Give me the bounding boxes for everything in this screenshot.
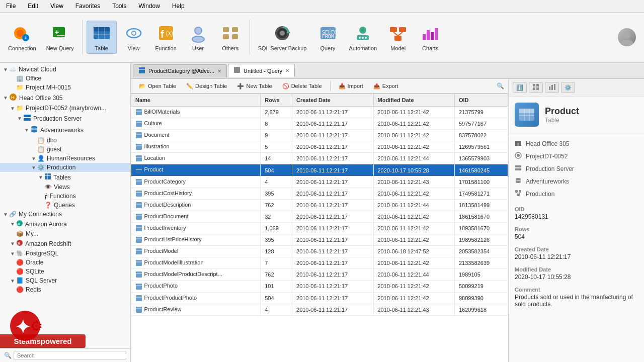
toolbar-connection-button[interactable]: + Connection <box>4 21 40 53</box>
search-input[interactable] <box>14 351 126 360</box>
table-row[interactable]: Document92010-06-11 12:21:172010-06-11 1… <box>131 130 508 141</box>
sidebar-item-office[interactable]: 🏢 Office <box>0 74 130 83</box>
menu-favorites[interactable]: Favorites <box>73 2 102 11</box>
table-row[interactable]: ProductDescription7622010-06-11 12:21:17… <box>131 199 508 211</box>
toolbar-charts-button[interactable]: Charts <box>415 21 445 53</box>
toolbar-function-button[interactable]: f (x) Function <box>151 21 181 53</box>
sidebar-item-amazon-aurora[interactable]: ▼ A Amazon Aurora <box>0 219 130 229</box>
user-avatar[interactable] <box>618 28 636 46</box>
table-row[interactable]: Culture82010-06-11 12:21:172010-06-11 12… <box>131 118 508 130</box>
cell-modified: 2010-06-11 12:21:42 <box>373 188 454 199</box>
sidebar-item-humanresources[interactable]: ▼ 👤 HumanResources <box>0 154 130 163</box>
open-table-button[interactable]: 📂 Open Table <box>135 81 180 91</box>
sidebar-item-views[interactable]: 👁️ Views <box>0 183 130 192</box>
toolbar-newquery-button[interactable]: + New Query <box>42 21 78 53</box>
menu-tools[interactable]: Tools <box>110 2 128 11</box>
toolbar-query-button[interactable]: SELECT * FROM... Query <box>313 21 343 53</box>
menu-window[interactable]: Window <box>136 2 162 11</box>
new-table-button[interactable]: ➕ New Table <box>233 81 276 91</box>
table-row[interactable]: Illustration52010-06-11 12:21:172010-06-… <box>131 141 508 153</box>
cell-created: 2010-06-11 12:21:17 <box>292 246 373 257</box>
toolbar-table-button[interactable]: Table <box>87 21 117 54</box>
my-label: My... <box>26 230 38 237</box>
functions-label: Functions <box>50 193 76 200</box>
table-row[interactable]: Location142010-06-11 12:21:172010-06-11 … <box>131 153 508 164</box>
sidebar-item-production[interactable]: ▼ ⚙️ Production <box>0 163 130 172</box>
modified-label: Modified Date <box>515 266 638 273</box>
sidebar-item-amazon-redshift[interactable]: ▼ R Amazon Redshift <box>0 238 130 249</box>
sidebar-item-navicat-cloud[interactable]: ▼ ☁️ Navicat Cloud <box>0 65 130 74</box>
menu-view[interactable]: View <box>48 2 65 11</box>
table-row[interactable]: ProductCostHistory3952010-06-11 12:21:17… <box>131 188 508 199</box>
toolbar-others-button[interactable]: Others <box>215 21 246 53</box>
table-row[interactable]: ProductCategory42010-06-11 12:21:172010-… <box>131 176 508 188</box>
menu-help[interactable]: Help <box>170 2 187 11</box>
sidebar-item-tables[interactable]: ▼ Tables <box>0 172 130 183</box>
svg-rect-86 <box>136 214 142 220</box>
design-table-button[interactable]: ✏️ Design Table <box>182 81 231 91</box>
export-button[interactable]: 📤 Export <box>369 81 403 91</box>
table-row[interactable]: Product5042010-06-11 12:21:172020-10-17 … <box>131 164 508 176</box>
toolbar-model-button[interactable]: Model <box>383 21 413 53</box>
sidebar-item-postgresql[interactable]: ▼ 🐘 PostgreSQL <box>0 249 130 258</box>
info-chart-btn[interactable] <box>545 82 559 93</box>
toolbar-backup-button[interactable]: SQL Server Backup <box>254 21 311 53</box>
tab-untitled-query[interactable]: Untitled - Query ✕ <box>228 64 295 77</box>
sidebar-item-functions[interactable]: ƒ Functions <box>0 192 130 201</box>
close-tab-product-category[interactable]: ✕ <box>217 68 221 74</box>
col-created-header[interactable]: Created Date <box>292 94 373 107</box>
svg-rect-68 <box>136 109 142 115</box>
table-row[interactable]: ProductPhoto1012010-06-11 12:21:172010-0… <box>131 281 508 292</box>
table-row[interactable]: ProductReview42010-06-11 12:21:172010-06… <box>131 304 508 315</box>
info-settings-btn[interactable]: ⚙️ <box>561 82 575 93</box>
col-modified-header[interactable]: Modified Date <box>373 94 454 107</box>
col-rows-header[interactable]: Rows <box>261 94 292 107</box>
new-table-icon: ➕ <box>237 83 244 89</box>
sidebar-item-production-server[interactable]: ▼ Production Server <box>0 113 130 124</box>
table-row[interactable]: ProductListPriceHistory3952010-06-11 12:… <box>131 234 508 246</box>
menu-file[interactable]: File <box>4 2 18 11</box>
sidebar-item-my[interactable]: 📦 My... <box>0 229 130 238</box>
col-oid-header[interactable]: OID <box>454 94 508 107</box>
import-button[interactable]: 📥 Import <box>335 81 367 91</box>
table-row[interactable]: ProductModelProductDescript...7622010-06… <box>131 269 508 281</box>
sidebar-item-project-dt0052[interactable]: ▼ 📁 ProjectDT-0052 (marybrown... <box>0 104 130 113</box>
delete-table-button[interactable]: 🚫 Delete Table <box>278 81 326 91</box>
sidebar-item-sqlserver[interactable]: ▼ 📘 SQL Server <box>0 276 130 285</box>
cell-rows: 395 <box>261 234 292 246</box>
toolbar-automation-button[interactable]: Automation <box>345 21 381 53</box>
expand-icon: ▼ <box>2 67 9 72</box>
table-row[interactable]: ProductModelIllustration72010-06-11 12:2… <box>131 257 508 269</box>
sidebar-item-head-office[interactable]: ▼ H Head Office 305 <box>0 92 130 104</box>
col-name-header[interactable]: Name <box>131 94 261 107</box>
sidebar-item-oracle[interactable]: 🔴 Oracle <box>0 258 130 267</box>
svg-rect-42 <box>394 36 401 41</box>
info-info-btn[interactable]: ℹ️ <box>513 82 527 93</box>
table-row[interactable]: ProductInventory1,0692010-06-11 12:21:17… <box>131 222 508 234</box>
amazon-aurora-label: Amazon Aurora <box>25 221 67 228</box>
info-grid-btn[interactable] <box>529 82 543 93</box>
toolbar-view-button[interactable]: View <box>119 21 149 53</box>
svg-rect-72 <box>136 132 142 138</box>
svg-point-15 <box>132 32 135 35</box>
sidebar-item-dbo[interactable]: 📋 dbo <box>0 136 130 145</box>
sidebar-item-project-mh0015[interactable]: 📁 Project MH-0015 <box>0 83 130 92</box>
tab-product-category[interactable]: ProductCategory @Adve... ✕ <box>133 64 227 77</box>
table-search-icon[interactable]: 🔍 <box>497 82 504 89</box>
close-tab-untitled-query[interactable]: ✕ <box>285 68 289 73</box>
table-row[interactable]: ProductModel1282010-06-11 12:21:172010-0… <box>131 246 508 257</box>
sidebar-item-guest[interactable]: 📋 guest <box>0 145 130 154</box>
sidebar-item-queries[interactable]: ❓ Queries <box>0 201 130 210</box>
table-row[interactable]: BillOfMaterials2,6792010-06-11 12:21:172… <box>131 107 508 118</box>
menu-edit[interactable]: Edit <box>26 2 40 11</box>
table-row[interactable]: ProductProductPhoto5042010-06-11 12:21:1… <box>131 292 508 304</box>
sidebar-item-myconnections[interactable]: ▼ 🔗 My Connections <box>0 210 130 219</box>
toolbar-user-button[interactable]: User <box>183 21 213 53</box>
schema-row-icon <box>515 190 522 198</box>
connection-icon: + <box>12 23 32 43</box>
sidebar-item-redis[interactable]: 🔴 Redis <box>0 285 130 294</box>
sidebar-item-sqlite[interactable]: 🔴 SQLite <box>0 267 130 276</box>
table-row[interactable]: ProductDocument322010-06-11 12:21:172010… <box>131 211 508 222</box>
sidebar-item-adventureworks[interactable]: ▼ Adventureworks <box>0 124 130 136</box>
cell-oid: 50099219 <box>454 281 508 292</box>
